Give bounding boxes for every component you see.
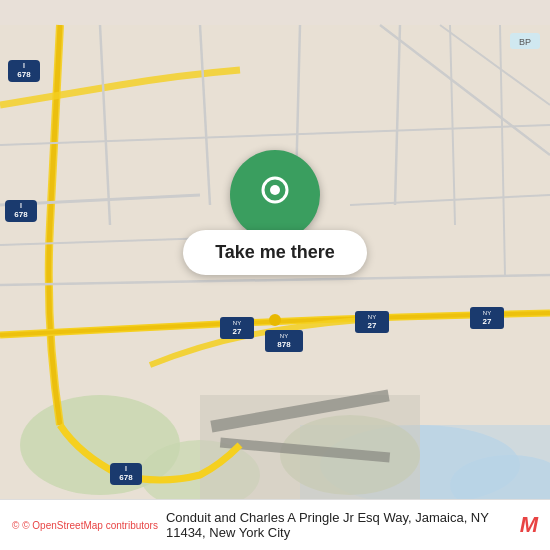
map-container: BP I 678 I 678 I 678 NY 27 NY 27 NY 27 xyxy=(0,0,550,550)
svg-text:NY: NY xyxy=(233,320,241,326)
svg-text:678: 678 xyxy=(14,210,28,219)
svg-text:878: 878 xyxy=(277,340,291,349)
address-label: Conduit and Charles A Pringle Jr Esq Way… xyxy=(166,510,489,540)
take-me-there-button[interactable]: Take me there xyxy=(183,230,367,275)
bottom-info-bar: © © OpenStreetMap contributors Conduit a… xyxy=(0,499,550,550)
svg-text:BP: BP xyxy=(519,37,531,47)
svg-text:I: I xyxy=(20,202,22,209)
location-pin-icon xyxy=(255,172,295,218)
svg-text:I: I xyxy=(23,62,25,69)
osm-credit-text: © OpenStreetMap contributors xyxy=(22,520,158,531)
svg-text:27: 27 xyxy=(368,321,377,330)
map-pin-circle xyxy=(230,150,320,240)
button-overlay: Take me there xyxy=(135,150,415,275)
address-text: Conduit and Charles A Pringle Jr Esq Way… xyxy=(166,510,512,540)
moovit-logo: M xyxy=(520,512,538,538)
svg-text:I: I xyxy=(125,465,127,472)
map-svg: BP I 678 I 678 I 678 NY 27 NY 27 NY 27 xyxy=(0,0,550,550)
svg-text:678: 678 xyxy=(17,70,31,79)
svg-text:NY: NY xyxy=(483,310,491,316)
svg-text:NY: NY xyxy=(280,333,288,339)
map-background: BP I 678 I 678 I 678 NY 27 NY 27 NY 27 xyxy=(0,0,550,550)
svg-point-48 xyxy=(270,185,280,195)
svg-text:27: 27 xyxy=(233,327,242,336)
osm-credit: © © OpenStreetMap contributors xyxy=(12,520,158,531)
osm-icon: © xyxy=(12,520,19,531)
svg-text:27: 27 xyxy=(483,317,492,326)
svg-text:NY: NY xyxy=(368,314,376,320)
svg-text:678: 678 xyxy=(119,473,133,482)
moovit-m-icon: M xyxy=(520,512,538,538)
svg-point-46 xyxy=(269,314,281,326)
